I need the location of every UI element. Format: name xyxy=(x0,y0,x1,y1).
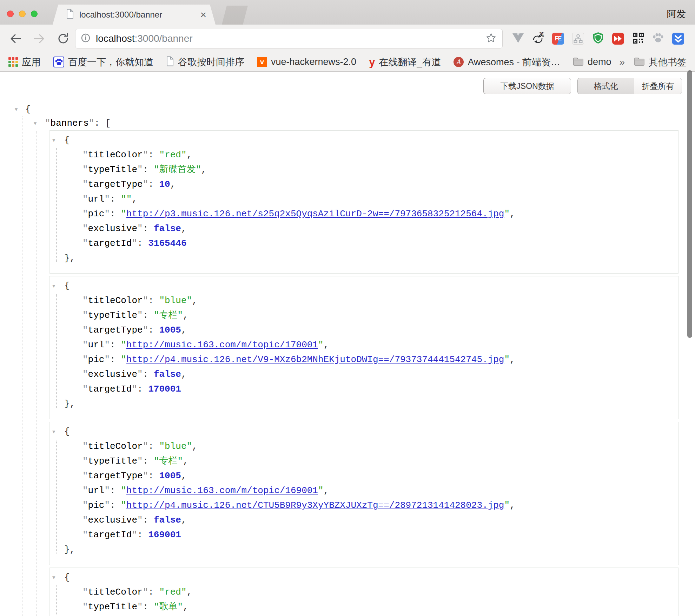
json-object-open: ▼{ xyxy=(49,424,679,439)
browser-tab[interactable]: localhost:3000/banner × xyxy=(53,5,216,25)
new-tab-button[interactable] xyxy=(222,6,248,25)
bookmark-item[interactable]: 应用 xyxy=(8,56,41,68)
json-viewer: ▼{▼"banners": [▼{"titleColor": "red","ty… xyxy=(0,102,695,616)
vue-devtools-extension-button[interactable] xyxy=(512,32,524,45)
vertical-scrollbar[interactable] xyxy=(687,70,692,338)
bookmarks-overflow-chevron-icon[interactable]: » xyxy=(619,57,625,68)
json-object-close: }, xyxy=(49,542,679,557)
json-entry-titleColor: "titleColor": "red", xyxy=(49,148,679,162)
json-entry-pic: "pic": "http://p4.music.126.net/CTU5B9R9… xyxy=(49,498,679,513)
url-path: :3000/banner xyxy=(135,33,193,44)
thunder-extension-button[interactable] xyxy=(672,32,684,45)
awesomes-icon: A xyxy=(454,57,464,67)
json-entry-exclusive: "exclusive": false, xyxy=(49,367,679,382)
json-object-open: ▼{ xyxy=(49,133,679,148)
json-entry-targetType: "targetType": 1000, xyxy=(49,614,679,616)
json-entry-typeTitle: "typeTitle": "专栏", xyxy=(49,308,679,323)
zoom-window-button[interactable] xyxy=(31,11,38,17)
tab-title: localhost:3000/banner xyxy=(79,10,195,20)
page-icon xyxy=(66,14,74,20)
json-link[interactable]: http://p4.music.126.net/CTU5B9R9y3XyYBZX… xyxy=(126,500,504,511)
bookmark-star-icon[interactable] xyxy=(485,32,497,45)
json-entry-exclusive: "exclusive": false, xyxy=(49,221,679,236)
bookmark-item[interactable]: demo xyxy=(573,57,611,67)
json-link[interactable]: http://music.163.com/m/topic/169001 xyxy=(126,485,318,496)
collapse-triangle-icon[interactable]: ▼ xyxy=(52,570,55,585)
shield-extension-button[interactable] xyxy=(592,32,604,45)
toolbar: localhost:3000/banner 英FE⋮ xyxy=(0,25,695,53)
view-mode-group: 格式化 折叠所有 xyxy=(577,78,682,94)
download-json-button[interactable]: 下载JSON数据 xyxy=(483,78,571,94)
bookmark-label: 应用 xyxy=(22,56,41,68)
format-button[interactable]: 格式化 xyxy=(578,78,634,94)
json-array-item-box: ▼{"titleColor": "blue","typeTitle": "专栏"… xyxy=(49,276,679,419)
collapse-triangle-icon[interactable]: ▼ xyxy=(52,133,55,148)
bookmark-item[interactable]: 谷歌按时间排序 xyxy=(166,56,244,68)
paw-icon xyxy=(652,32,664,45)
qrcode-icon xyxy=(633,32,644,45)
json-object-close: }, xyxy=(49,251,679,266)
json-entry-targetId: "targetId": 170001 xyxy=(49,382,679,397)
json-entry-titleColor: "titleColor": "red", xyxy=(49,585,679,599)
other-bookmarks-folder[interactable]: 其他书签 xyxy=(634,56,687,68)
json-link[interactable]: http://p3.music.126.net/s25q2x5QyqsAzilC… xyxy=(126,209,504,219)
tree-guide-line xyxy=(37,131,37,616)
json-entry-pic: "pic": "http://p3.music.126.net/s25q2x5Q… xyxy=(49,207,679,221)
qrcode-extension-button[interactable] xyxy=(632,32,644,45)
json-link[interactable]: http://p4.music.126.net/V9-MXz6b2MNhEKju… xyxy=(126,354,504,365)
url-host: localhost xyxy=(96,33,135,44)
translate-icon: 英 xyxy=(531,31,545,46)
json-entry-typeTitle: "typeTitle": "歌单", xyxy=(49,599,679,614)
collapse-triangle-icon[interactable]: ▼ xyxy=(52,425,55,439)
vue-orange-icon: v xyxy=(257,57,267,67)
json-link[interactable]: http://music.163.com/m/topic/170001 xyxy=(126,340,318,350)
folder-icon xyxy=(573,57,584,67)
page-content: 下载JSON数据 格式化 折叠所有 ▼{▼"banners": [▼{"titl… xyxy=(0,72,695,616)
bookmark-label: vue-hackernews-2.0 xyxy=(271,57,356,67)
json-banners-key-line: ▼"banners": [ xyxy=(0,116,695,130)
json-object-open: ▼{ xyxy=(49,570,679,585)
youdao-icon: y xyxy=(369,57,375,67)
collapse-all-button[interactable]: 折叠所有 xyxy=(634,78,682,94)
baidu-paw-icon xyxy=(53,57,64,67)
reload-button[interactable] xyxy=(55,31,71,46)
apps-grid-icon xyxy=(8,57,18,67)
fehelper-extension-button[interactable]: FE xyxy=(552,32,564,45)
collapse-triangle-icon[interactable]: ▼ xyxy=(15,103,18,117)
forward-button[interactable] xyxy=(32,31,47,46)
bookmark-item[interactable]: vvue-hackernews-2.0 xyxy=(257,57,356,67)
fastforward-icon xyxy=(612,33,624,45)
collapse-triangle-icon[interactable]: ▼ xyxy=(34,117,37,131)
minimize-window-button[interactable] xyxy=(19,11,26,17)
json-entry-url: "url": "http://music.163.com/m/topic/170… xyxy=(49,338,679,352)
browser-menu-icon[interactable]: ⋮ xyxy=(692,32,695,45)
tab-close-icon[interactable]: × xyxy=(200,9,206,20)
json-entry-targetType: "targetType": 10, xyxy=(49,177,679,192)
close-window-button[interactable] xyxy=(7,11,14,17)
json-object-open: ▼{ xyxy=(49,278,679,293)
json-entry-targetId: "targetId": 3165446 xyxy=(49,236,679,251)
sitemap-icon xyxy=(572,33,584,45)
folder-icon xyxy=(634,57,645,67)
bookmarks-bar: 应用百度一下，你就知道谷歌按时间排序vvue-hackernews-2.0y在线… xyxy=(0,53,695,72)
bookmark-item[interactable]: 百度一下，你就知道 xyxy=(53,56,153,68)
vue-devtools-icon xyxy=(512,33,524,45)
address-bar[interactable]: localhost:3000/banner xyxy=(75,29,503,48)
bookmark-item[interactable]: y在线翻译_有道 xyxy=(369,56,441,68)
json-entry-url: "url": "", xyxy=(49,192,679,207)
profile-name: 阿发 xyxy=(667,8,686,20)
json-object-close: }, xyxy=(49,397,679,411)
fastforward-extension-button[interactable] xyxy=(612,32,624,45)
paw-extension-button[interactable] xyxy=(652,32,664,45)
info-icon[interactable] xyxy=(80,33,91,45)
url-text: localhost:3000/banner xyxy=(96,33,485,44)
back-button[interactable] xyxy=(8,31,23,46)
json-array-item-box: ▼{"titleColor": "red","typeTitle": "新碟首发… xyxy=(49,130,679,274)
json-entry-titleColor: "titleColor": "blue", xyxy=(49,439,679,454)
json-array-item-box: ▼{"titleColor": "blue","typeTitle": "专栏"… xyxy=(49,422,679,565)
translate-extension-button[interactable]: 英 xyxy=(532,32,544,45)
thunder-icon xyxy=(672,33,684,45)
bookmark-item[interactable]: AAwesomes - 前端资… xyxy=(454,56,560,68)
sitemap-extension-button[interactable] xyxy=(572,32,584,45)
collapse-triangle-icon[interactable]: ▼ xyxy=(52,279,55,294)
